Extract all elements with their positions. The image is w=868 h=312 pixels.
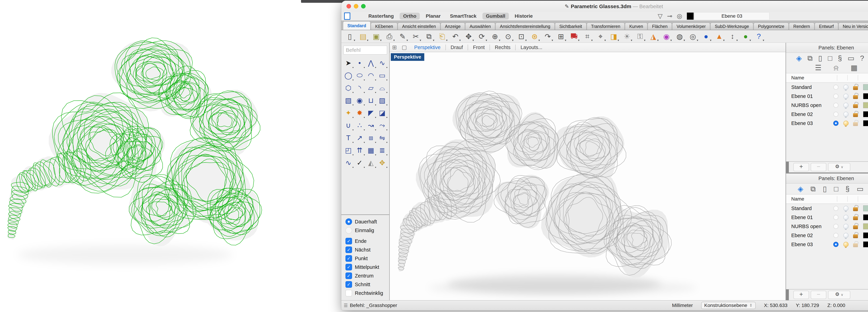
current-layer-radio[interactable] <box>833 242 838 247</box>
four-viewport-icon[interactable]: ⊞ <box>390 44 399 50</box>
current-layer-radio[interactable] <box>833 84 838 90</box>
perspective-viewport[interactable]: Perspektive <box>390 52 785 300</box>
filter-funnel-icon[interactable]: ▽ <box>658 12 663 20</box>
tool-icon[interactable]: ➤ ▾ <box>343 57 354 69</box>
toolbar-icon[interactable]: ⎗ ▾ <box>437 31 447 42</box>
layer-row[interactable]: Ebene 03 <box>786 119 868 128</box>
toolbar-icon[interactable]: ⊙ ▾ <box>503 31 514 42</box>
layer-color-swatch[interactable] <box>863 241 868 247</box>
panel-tab-icon[interactable]: § <box>845 185 849 193</box>
toolbar-icon[interactable]: ⌖ ▾ <box>595 31 606 42</box>
tool-icon[interactable]: ∿ ▾ <box>376 57 388 69</box>
toolbar-icon[interactable]: ⧉ ▾ <box>424 31 434 42</box>
mode-toggle[interactable]: Rasterfang <box>365 13 397 20</box>
toolbar-icon[interactable]: ⌗ ▾ <box>582 31 593 42</box>
viewport-title-badge[interactable]: Perspektive <box>391 53 424 61</box>
checkbox[interactable]: ✓ <box>345 290 352 297</box>
panel-tab-icon[interactable]: ⍾ <box>834 64 838 72</box>
tool-icon[interactable]: ⬭ ▾ <box>354 69 365 82</box>
remove-layer-button[interactable]: − <box>811 163 826 171</box>
layer-lock-icon[interactable] <box>853 104 858 108</box>
layer-row[interactable]: Ebene 01 <box>786 213 868 222</box>
toolbar-icon[interactable]: ⊡ ▾ <box>516 31 527 42</box>
add-layer-button[interactable]: + <box>793 163 809 171</box>
tool-icon[interactable]: ◪ ▾ <box>376 107 388 119</box>
tool-icon[interactable]: ⇋ ▾ <box>376 132 388 144</box>
tool-icon[interactable]: ▦ ▾ <box>365 144 376 157</box>
toolbar-tab[interactable]: Standard <box>343 21 370 30</box>
toolbar-tab[interactable]: Transformieren <box>587 23 625 30</box>
layer-row[interactable]: Standard <box>786 204 868 213</box>
tool-icon[interactable]: ▨ ▾ <box>376 94 388 107</box>
command-history-icon[interactable]: ☰ <box>344 303 348 308</box>
toolbar-icon[interactable]: ◨ ▾ <box>608 31 619 42</box>
toolbar-icon[interactable]: ⊞ ▾ <box>556 31 566 42</box>
toolbar-icon[interactable]: ◮ ▾ <box>648 31 659 42</box>
toolbar-tab[interactable]: Ansicht einstellen <box>398 23 440 30</box>
layer-row[interactable]: Ebene 01 <box>786 92 868 101</box>
layer-lock-icon[interactable] <box>853 113 858 117</box>
osnap-checkbox-row[interactable]: ✓ Nächst <box>345 246 389 253</box>
viewport-tab[interactable]: Front <box>468 44 490 50</box>
current-layer-radio[interactable] <box>833 215 838 220</box>
layer-row[interactable]: Ebene 02 <box>786 231 868 240</box>
tool-icon[interactable]: ◤ ▾ <box>365 107 376 119</box>
panel-tab-icon[interactable]: □ <box>834 185 838 193</box>
osnap-checkbox-row[interactable]: ✓ Rechtwinklig <box>345 290 389 297</box>
layer-lock-icon[interactable] <box>853 95 858 99</box>
layer-lock-icon[interactable] <box>853 234 858 238</box>
layer-row[interactable]: NURBS open <box>786 222 868 231</box>
tool-icon[interactable]: ▧ ▾ <box>343 94 354 107</box>
command-line-text[interactable]: Befehl: _Grasshopper <box>350 303 397 308</box>
radio-button[interactable] <box>345 218 352 225</box>
layer-lock-icon[interactable] <box>853 122 858 126</box>
toolbar-tab[interactable]: Auswählen <box>465 23 495 30</box>
toolbar-icon[interactable]: ⟳ ▾ <box>476 31 487 42</box>
panel-tab-icon[interactable]: ▯ <box>823 184 827 193</box>
layer-visibility-bulb-icon[interactable] <box>843 224 848 229</box>
tool-icon[interactable]: ▱ ▾ <box>365 82 376 94</box>
osnap-checkbox-row[interactable]: ✓ Mittelpunkt <box>345 264 389 270</box>
toolbar-tab[interactable]: Rendern <box>789 23 814 30</box>
current-layer-field[interactable]: Ebene 03 <box>694 12 769 20</box>
panel-tab-icon[interactable]: □ <box>828 54 832 62</box>
toolbar-icon[interactable]: ● ▾ <box>701 31 711 42</box>
add-layer-button[interactable]: + <box>793 291 809 299</box>
toolbar-tab[interactable]: Flächen <box>648 23 672 30</box>
tool-icon[interactable]: ∪ ▾ <box>343 119 354 132</box>
current-layer-radio[interactable] <box>833 233 838 238</box>
toolbar-icon[interactable]: ↕ ▾ <box>727 31 738 42</box>
toolbar-icon[interactable]: ▯ ▾ <box>344 31 355 42</box>
layer-options-gear-button[interactable]: ⚙∨ <box>828 291 850 299</box>
layer-options-gear-button[interactable]: ⚙∨ <box>828 163 850 171</box>
panel-tab-icon[interactable]: ◈ <box>796 54 802 62</box>
glasses-3d-model[interactable] <box>390 52 785 300</box>
layer-visibility-bulb-icon[interactable] <box>843 94 848 99</box>
osnap-checkbox-row[interactable]: ✓ Ende <box>345 238 389 244</box>
tool-icon[interactable]: ◰ ▾ <box>343 144 354 157</box>
viewport-tab[interactable]: Perspektive <box>409 44 445 50</box>
toolbar-tab[interactable]: Kurven <box>625 23 647 30</box>
osnap-checkbox-row[interactable]: ✓ Zentrum <box>345 273 389 279</box>
toolbar-tab[interactable]: Neu in Version 7 <box>838 23 868 30</box>
tool-icon[interactable]: ◝ ▾ <box>354 82 365 94</box>
toolbar-icon[interactable]: ◍ ▾ <box>674 31 685 42</box>
layer-color-swatch[interactable] <box>863 84 868 90</box>
toolbar-tab[interactable]: SubD-Werkzeuge <box>710 23 753 30</box>
osnap-checkbox-row[interactable]: ✓ Schnitt <box>345 281 389 288</box>
tool-icon[interactable]: ⇈ ▾ <box>354 144 365 157</box>
layer-color-swatch[interactable] <box>863 120 868 126</box>
units-label[interactable]: Millimeter <box>672 303 693 308</box>
tool-icon[interactable]: ✦ ▾ <box>343 107 354 119</box>
toolbar-tab[interactable]: Entwurf <box>815 23 838 30</box>
layer-row[interactable]: Standard <box>786 83 868 92</box>
current-layer-radio[interactable] <box>833 120 838 126</box>
tool-icon[interactable]: ▭ ▾ <box>376 69 388 82</box>
toolbar-icon[interactable]: ⛟ ▾ <box>569 31 580 42</box>
key-icon[interactable]: ⊸ <box>667 12 672 20</box>
tool-icon[interactable]: ◉ ▾ <box>354 94 365 107</box>
panel-tab-icon[interactable]: ⧉ <box>807 54 813 62</box>
panel-tab-icon[interactable]: ? <box>860 54 864 62</box>
layer-color-swatch[interactable] <box>863 111 868 117</box>
layer-visibility-bulb-icon[interactable] <box>843 120 848 126</box>
